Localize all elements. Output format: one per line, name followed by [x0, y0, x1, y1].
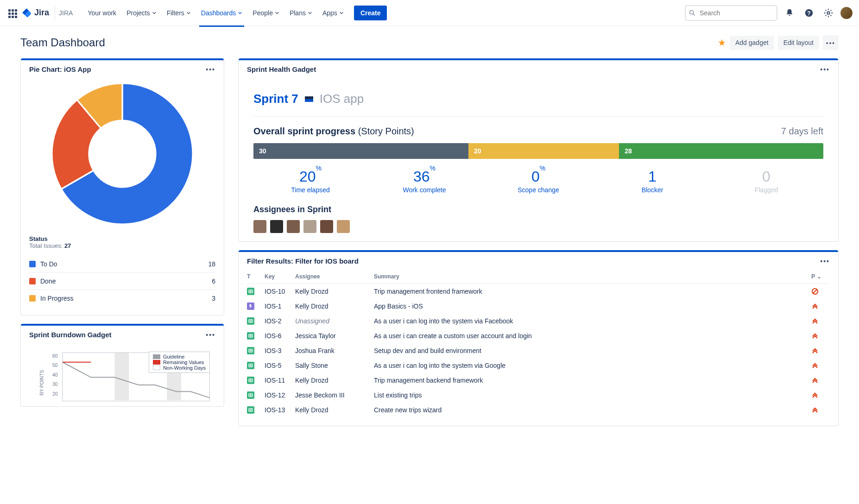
issue-key[interactable]: IOS-6: [265, 332, 291, 340]
sprint-metric[interactable]: 0% Scope change: [481, 168, 595, 194]
assignee-avatar[interactable]: [303, 220, 316, 233]
table-row[interactable]: IOS-5 Sally Stone As a user i can log in…: [247, 358, 830, 373]
issue-summary[interactable]: As a user i can create a custom user acc…: [374, 332, 807, 340]
search-box: [685, 5, 777, 21]
pie-total-value: 27: [64, 242, 71, 249]
assignee-avatar[interactable]: [287, 220, 300, 233]
nav-item-your-work[interactable]: Your work: [83, 6, 121, 20]
col-priority[interactable]: P⌄: [811, 273, 830, 280]
issue-key[interactable]: IOS-3: [265, 347, 291, 354]
issue-summary[interactable]: Setup dev and and build environment: [374, 347, 807, 354]
sprint-metric[interactable]: 0 Flagged: [709, 168, 823, 194]
jira-logo[interactable]: Jira: [21, 7, 49, 19]
issue-type-cell: [247, 317, 260, 325]
gadget-filter-more-button[interactable]: •••: [820, 258, 830, 265]
table-row[interactable]: IOS-12 Jesse Beckom III List existing tr…: [247, 388, 830, 403]
pie-total-label: Total Issues: 27: [29, 242, 215, 249]
issue-assignee[interactable]: Unassigned: [295, 317, 369, 325]
issue-assignee[interactable]: Kelly Drozd: [295, 377, 369, 384]
issue-assignee[interactable]: Joshua Frank: [295, 347, 369, 354]
gadget-burndown-more-button[interactable]: •••: [206, 331, 215, 339]
nav-item-plans[interactable]: Plans: [285, 6, 317, 20]
issue-assignee[interactable]: Kelly Drozd: [295, 302, 369, 310]
star-icon[interactable]: ★: [718, 37, 726, 48]
chevron-down-icon: [339, 11, 344, 15]
add-gadget-button[interactable]: Add gadget: [730, 36, 774, 50]
edit-layout-button[interactable]: Edit layout: [778, 36, 819, 50]
sprint-name[interactable]: Sprint 7: [253, 92, 298, 106]
settings-button[interactable]: [821, 6, 836, 20]
assignee-avatar[interactable]: [253, 220, 266, 233]
issue-assignee[interactable]: Sally Stone: [295, 362, 369, 369]
dashboard-column-left: Pie Chart: iOS App ••• Status Total Issu…: [20, 58, 224, 435]
issue-summary[interactable]: List existing trips: [374, 391, 807, 399]
table-row[interactable]: IOS-13 Kelly Drozd Create new trips wiza…: [247, 403, 830, 417]
issue-key[interactable]: IOS-11: [265, 377, 291, 384]
issue-assignee[interactable]: Kelly Drozd: [295, 288, 369, 295]
issue-key[interactable]: IOS-13: [265, 406, 291, 414]
issue-key[interactable]: IOS-2: [265, 317, 291, 325]
topnav-left: Jira JIRA Your workProjectsFiltersDashbo…: [6, 6, 387, 20]
metric-label: Blocker: [595, 186, 709, 194]
issue-assignee[interactable]: Jessica Taylor: [295, 332, 369, 340]
pie-total-prefix: Total Issues:: [29, 242, 63, 249]
issue-key[interactable]: IOS-10: [265, 288, 291, 295]
issue-assignee[interactable]: Kelly Drozd: [295, 406, 369, 414]
bell-icon: [784, 8, 795, 18]
issue-summary[interactable]: Trip management frontend framework: [374, 288, 807, 295]
legend-row[interactable]: To Do 18: [29, 256, 215, 273]
nav-item-people[interactable]: People: [248, 6, 284, 20]
table-row[interactable]: IOS-1 Kelly Drozd App Basics - iOS: [247, 299, 830, 314]
assignee-avatar[interactable]: [320, 220, 333, 233]
issue-summary[interactable]: Trip management backend framework: [374, 377, 807, 384]
issue-summary[interactable]: Create new trips wizard: [374, 406, 807, 414]
nav-item-projects[interactable]: Projects: [122, 6, 161, 20]
page-more-button[interactable]: •••: [823, 35, 839, 50]
col-assignee[interactable]: Assignee: [295, 273, 369, 280]
gadget-pie-more-button[interactable]: •••: [206, 66, 215, 73]
sprint-metric[interactable]: 20% Time elapsed: [253, 168, 367, 194]
issue-assignee[interactable]: Jesse Beckom III: [295, 391, 369, 399]
table-row[interactable]: IOS-3 Joshua Frank Setup dev and and bui…: [247, 343, 830, 358]
help-button[interactable]: ?: [802, 6, 816, 20]
col-type[interactable]: T: [247, 273, 260, 280]
pie-status-label: Status: [29, 235, 215, 242]
sprint-metric[interactable]: 1 Blocker: [595, 168, 709, 194]
sprint-metric[interactable]: 36% Work complete: [367, 168, 481, 194]
filter-table-header: T Key Assignee Summary P⌄: [247, 270, 830, 284]
table-row[interactable]: IOS-10 Kelly Drozd Trip management front…: [247, 284, 830, 299]
assignees-row: [253, 220, 823, 233]
burndown-legend: Guideline Remaining Values Non-Working D…: [149, 352, 210, 373]
create-button[interactable]: Create: [354, 6, 387, 20]
issue-type-cell: [247, 302, 260, 310]
issue-summary[interactable]: App Basics - iOS: [374, 302, 807, 310]
table-row[interactable]: IOS-11 Kelly Drozd Trip management backe…: [247, 373, 830, 388]
chevron-down-icon: [186, 11, 191, 15]
issue-key[interactable]: IOS-1: [265, 302, 291, 310]
metric-label: Work complete: [367, 186, 481, 194]
profile-avatar[interactable]: [840, 7, 853, 19]
col-summary[interactable]: Summary: [374, 273, 807, 280]
legend-row[interactable]: In Progress 3: [29, 290, 215, 307]
table-row[interactable]: IOS-6 Jessica Taylor As a user i can cre…: [247, 328, 830, 343]
nav-item-dashboards[interactable]: Dashboards: [196, 6, 247, 20]
issue-key[interactable]: IOS-12: [265, 391, 291, 399]
nav-item-apps[interactable]: Apps: [318, 6, 348, 20]
assignee-avatar[interactable]: [270, 220, 283, 233]
gadget-burndown-title: Sprint Burndown Gadget: [29, 331, 112, 339]
assignee-avatar[interactable]: [337, 220, 350, 233]
legend-row[interactable]: Done 6: [29, 273, 215, 290]
issue-summary[interactable]: As a user i can log into the system via …: [374, 362, 807, 369]
issue-key[interactable]: IOS-5: [265, 362, 291, 369]
col-key[interactable]: Key: [265, 273, 291, 280]
issue-summary[interactable]: As a user i can log into the system via …: [374, 317, 807, 325]
app-switcher-icon[interactable]: [6, 7, 18, 19]
notifications-button[interactable]: [782, 6, 797, 20]
nav-item-filters[interactable]: Filters: [162, 6, 196, 20]
table-row[interactable]: IOS-2 Unassigned As a user i can log int…: [247, 314, 830, 328]
sprint-progress-bar: 302028: [253, 143, 823, 159]
legend-label: To Do: [40, 260, 57, 268]
search-input[interactable]: [685, 5, 777, 21]
issue-type-cell: [247, 362, 260, 369]
gadget-sprint-more-button[interactable]: •••: [820, 66, 830, 73]
